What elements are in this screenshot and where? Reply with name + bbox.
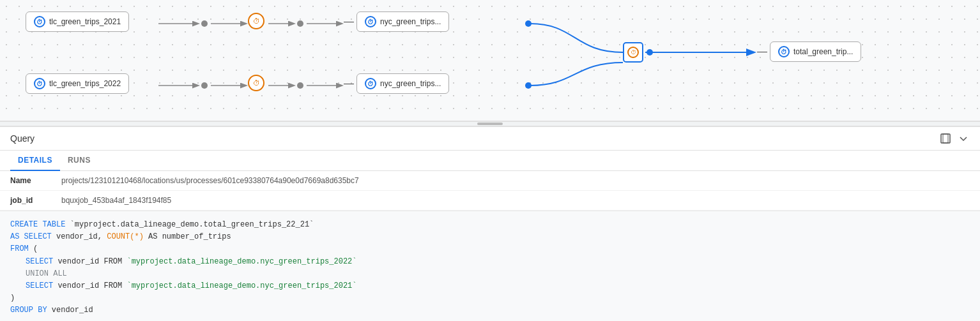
code-union-all: UNION ALL (26, 269, 67, 278)
tabs-container: DETAILS RUNS (0, 151, 980, 171)
query-header-icons (939, 132, 970, 145)
union-inner-icon: ⏱ (627, 47, 639, 58)
dag-canvas: ⏱ tlc_green_trips_2021 ⏱ — ⏱ nyc_green_t… (0, 0, 980, 121)
tab-details[interactable]: DETAILS (10, 151, 60, 171)
tab-runs[interactable]: RUNS (60, 151, 98, 171)
code-line-8: GROUP BY vendor_id (10, 304, 970, 317)
code-paren-close: ) (10, 294, 15, 302)
blue-dot-row2 (525, 82, 532, 89)
node-icon-tlc2021: ⏱ (34, 16, 45, 27)
svg-rect-9 (941, 134, 950, 143)
code-line-5: UNION ALL (10, 268, 970, 280)
collapse-icon-btn[interactable] (957, 132, 970, 145)
minus-node-row2[interactable]: — ⏱ nyc_green_trips... (344, 73, 449, 94)
code-kw-select1: SELECT (26, 257, 53, 266)
nyc2021-icon: ⏱ (365, 16, 376, 27)
dot-1-row1 (201, 20, 208, 27)
total-node[interactable]: ⏱ total_green_trip... (770, 41, 861, 62)
total-node-container[interactable]: — ⏱ total_green_trip... (757, 41, 861, 62)
panel-divider (0, 121, 980, 126)
code-kw-group-by: GROUP BY (10, 306, 47, 315)
expand-icon-btn[interactable] (939, 132, 952, 145)
name-value: projects/123101210468/locations/us/proce… (51, 171, 980, 191)
node-icon-tlc2022: ⏱ (34, 78, 45, 89)
code-vendor-from2: vendor_id FROM (53, 281, 122, 290)
node-label-tlc2022: tlc_green_trips_2022 (49, 79, 121, 88)
code-group-vendor: vendor_id (47, 306, 93, 315)
transform-node-row2[interactable]: ⏱ (248, 75, 264, 91)
code-kw-select2: SELECT (26, 281, 53, 290)
node-tlc2022[interactable]: ⏱ tlc_green_trips_2022 (26, 73, 129, 94)
minus-node-row1[interactable]: — ⏱ nyc_green_trips... (344, 11, 449, 32)
nyc2022-icon: ⏱ (365, 78, 376, 89)
code-line-3: FROM ( (10, 243, 970, 255)
node-label-tlc2021: tlc_green_trips_2021 (49, 17, 121, 26)
inner-node-nyc2022[interactable]: ⏱ nyc_green_trips... (356, 73, 449, 94)
code-as-num: AS number_of_trips (144, 232, 231, 241)
dot-2-row1 (297, 20, 303, 27)
code-kw-create: CREATE TABLE (10, 220, 65, 229)
query-header: Query (0, 127, 980, 151)
nyc2022-label: nyc_green_trips... (380, 79, 441, 88)
details-table: Name projects/123101210468/locations/us/… (0, 171, 980, 211)
inner-node-nyc2021[interactable]: ⏱ nyc_green_trips... (356, 11, 449, 32)
union-node[interactable]: ⏱ (623, 42, 643, 63)
minus-sym-row2: — (344, 78, 354, 89)
code-count: COUNT(*) (107, 232, 144, 241)
collapse-icon (958, 133, 969, 144)
code-vendor-from: vendor_id FROM (53, 257, 122, 266)
total-label: total_green_trip... (793, 47, 853, 56)
code-vendor-id: vendor_id, (52, 232, 102, 241)
transform-node-row1[interactable]: ⏱ (248, 13, 264, 29)
query-title: Query (10, 133, 34, 144)
minus-sym-total: — (757, 46, 767, 57)
jobid-label: job_id (0, 191, 51, 211)
minus-sym-row1: — (344, 16, 354, 27)
code-line-2: AS SELECT vendor_id, COUNT(*) AS number_… (10, 231, 970, 243)
code-line-4: SELECT vendor_id FROM `myproject.data_li… (10, 256, 970, 268)
svg-rect-10 (943, 134, 948, 143)
code-paren-open: ( (29, 244, 38, 253)
code-line-6: SELECT vendor_id FROM `myproject.data_li… (10, 280, 970, 292)
query-panel: Query DETAILS RUNS Name (0, 126, 980, 321)
code-line-7: ) (10, 292, 970, 304)
blue-dot-union (647, 49, 653, 56)
dot-2-row2 (297, 82, 303, 89)
code-tbl-2021: `myproject.data_lineage_demo.nyc_green_t… (122, 281, 356, 290)
node-tlc2021[interactable]: ⏱ tlc_green_trips_2021 (26, 11, 129, 32)
nyc2021-label: nyc_green_trips... (380, 17, 441, 26)
details-row-jobid: job_id bquxjob_453ba4af_1843f194f85 (0, 191, 980, 211)
total-icon: ⏱ (778, 46, 790, 57)
code-panel: CREATE TABLE `myproject.data_lineage_dem… (0, 211, 980, 321)
expand-icon (940, 133, 951, 144)
divider-handle[interactable] (477, 123, 503, 125)
code-line-1: CREATE TABLE `myproject.data_lineage_dem… (10, 219, 970, 231)
name-label: Name (0, 171, 51, 191)
blue-dot-row1 (525, 20, 532, 27)
code-kw-as-select: AS SELECT (10, 232, 52, 241)
details-row-name: Name projects/123101210468/locations/us/… (0, 171, 980, 191)
code-tbl-2022: `myproject.data_lineage_demo.nyc_green_t… (122, 257, 356, 266)
code-tbl-name: `myproject.data_lineage_demo.total_green… (65, 220, 314, 229)
dot-1-row2 (201, 82, 208, 89)
jobid-value: bquxjob_453ba4af_1843f194f85 (51, 191, 980, 211)
code-kw-from: FROM (10, 244, 29, 253)
